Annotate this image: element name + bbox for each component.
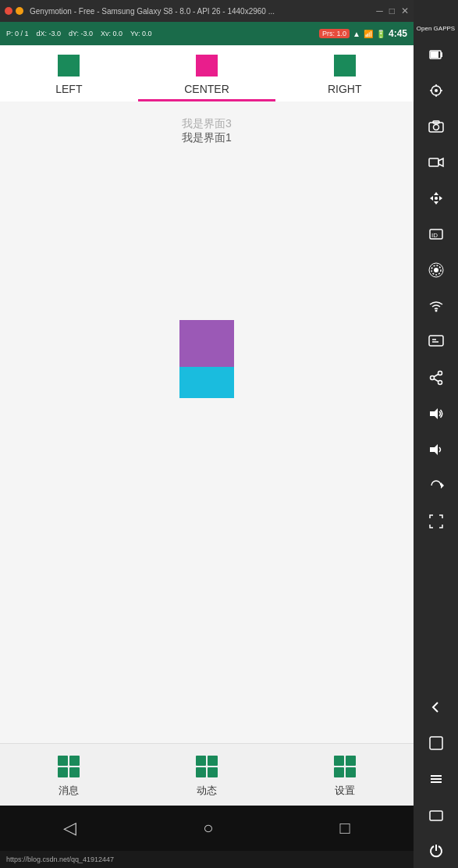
home-button[interactable]: ○ — [203, 818, 213, 838]
svg-line-35 — [434, 379, 438, 381]
id-sidebar-btn[interactable]: ID — [419, 217, 453, 251]
tab-content-area: 我是界面3 我是界面1 — [0, 101, 414, 743]
menu-sidebar-btn[interactable] — [419, 762, 453, 796]
status-left: P: 0 / 1 dX: -3.0 dY: -3.0 Xv: 0.0 Yv: 0… — [6, 30, 152, 37]
volume-down-icon — [428, 442, 444, 457]
p-value: P: 0 / 1 — [6, 30, 29, 37]
svg-marker-17 — [434, 192, 438, 195]
battery-sidebar-btn[interactable] — [419, 37, 453, 72]
svg-point-7 — [435, 89, 438, 92]
feed-label: 动态 — [197, 784, 217, 798]
chat-sidebar-btn[interactable] — [419, 325, 453, 359]
rotate-btn[interactable] — [419, 468, 453, 503]
pan-sidebar-btn[interactable] — [419, 181, 453, 215]
wifi-sidebar-btn[interactable] — [419, 289, 453, 323]
video-sidebar-btn[interactable] — [419, 145, 453, 180]
bottom-nav-feed[interactable]: 动态 — [138, 752, 276, 798]
battery-sidebar-icon — [428, 47, 444, 62]
wifi-icon: 📶 — [364, 30, 373, 38]
color-blocks — [179, 320, 234, 398]
svg-marker-20 — [439, 196, 442, 201]
tab-center-label: CENTER — [184, 83, 229, 95]
home-sidebar-icon — [428, 735, 444, 751]
share-icon — [428, 370, 444, 386]
svg-rect-28 — [429, 336, 443, 346]
pan-icon — [428, 190, 444, 206]
power-sidebar-btn[interactable] — [419, 834, 453, 868]
svg-point-33 — [430, 375, 434, 379]
left-tab-icon — [55, 52, 83, 80]
tab-right-label: RIGHT — [328, 83, 362, 95]
tab-center[interactable]: CENTER — [138, 45, 276, 101]
chat-icon — [428, 334, 444, 350]
time-display: 4:45 — [389, 28, 407, 39]
signal-icon: ▲ — [353, 30, 360, 38]
svg-point-21 — [435, 197, 438, 200]
menu-sidebar-icon — [428, 771, 444, 787]
xv-value: Xv: 0.0 — [101, 30, 122, 37]
bottom-nav-settings[interactable]: 设置 — [275, 752, 414, 798]
svg-rect-43 — [430, 811, 442, 820]
feed-icon — [193, 752, 221, 781]
right-sidebar: Open GAPPS — [414, 0, 458, 868]
recents-button[interactable]: □ — [340, 818, 350, 838]
back-sidebar-icon — [428, 699, 444, 715]
rotate-icon — [428, 478, 444, 493]
svg-point-13 — [433, 124, 438, 130]
svg-point-31 — [438, 371, 442, 375]
open-gapps-label: Open GAPPS — [417, 25, 455, 33]
svg-rect-15 — [429, 158, 438, 166]
bottom-nav-messages[interactable]: 消息 — [0, 752, 138, 798]
tab-right[interactable]: RIGHT — [275, 45, 414, 101]
url-bar: https://blog.csdn.net/qq_41912447 — [0, 851, 414, 868]
sensors-sidebar-btn[interactable] — [419, 253, 453, 287]
volume-down-btn[interactable] — [419, 432, 453, 467]
home-sidebar-btn[interactable] — [419, 726, 453, 760]
id-icon: ID — [428, 226, 444, 242]
right-tab-icon — [331, 52, 359, 80]
svg-point-27 — [435, 309, 437, 311]
svg-marker-18 — [434, 201, 438, 205]
content-line2: 我是界面1 — [182, 131, 232, 145]
camera-sidebar-btn[interactable] — [419, 109, 453, 144]
close-btn[interactable]: ✕ — [401, 5, 409, 16]
volume-up-btn[interactable] — [419, 397, 453, 431]
recents-sidebar-icon — [428, 807, 444, 823]
minimize-icon[interactable] — [16, 7, 23, 15]
power-icon — [428, 843, 444, 859]
back-sidebar-btn[interactable] — [419, 690, 453, 724]
share-sidebar-btn[interactable] — [419, 361, 453, 395]
gps-icon — [428, 83, 444, 98]
svg-rect-1 — [196, 55, 218, 76]
svg-marker-16 — [438, 158, 443, 166]
battery-icon: 🔋 — [376, 30, 385, 38]
svg-marker-36 — [430, 408, 438, 419]
recents-sidebar-btn[interactable] — [419, 798, 453, 832]
content-text: 我是界面3 我是界面1 — [182, 117, 232, 145]
minimize-btn[interactable]: ─ — [376, 5, 383, 16]
content-line1: 我是界面3 — [182, 117, 232, 131]
cyan-block — [179, 367, 234, 398]
yv-value: Yv: 0.0 — [130, 30, 152, 37]
status-bar: P: 0 / 1 dX: -3.0 dY: -3.0 Xv: 0.0 Yv: 0… — [0, 22, 414, 45]
messages-icon — [55, 752, 83, 781]
svg-rect-0 — [58, 55, 80, 76]
back-button[interactable]: ◁ — [63, 818, 76, 838]
svg-rect-4 — [441, 52, 442, 57]
svg-marker-38 — [441, 482, 444, 489]
close-icon[interactable] — [5, 7, 12, 15]
tab-left[interactable]: LEFT — [0, 45, 138, 101]
tab-bar: LEFT CENTER RIGHT — [0, 45, 414, 101]
center-tab-icon — [193, 52, 221, 80]
dy-value: dY: -3.0 — [69, 30, 93, 37]
window-controls: ─ □ ✕ — [376, 5, 409, 16]
app-content: LEFT CENTER RIGHT 我 — [0, 45, 414, 868]
maximize-btn[interactable]: □ — [389, 5, 395, 16]
fullscreen-btn[interactable] — [419, 504, 453, 539]
gps-sidebar-btn[interactable] — [419, 73, 453, 108]
settings-nav-icon — [331, 752, 359, 781]
svg-marker-37 — [430, 444, 438, 455]
svg-rect-2 — [334, 55, 356, 76]
purple-block — [179, 320, 234, 367]
svg-rect-39 — [430, 737, 442, 749]
